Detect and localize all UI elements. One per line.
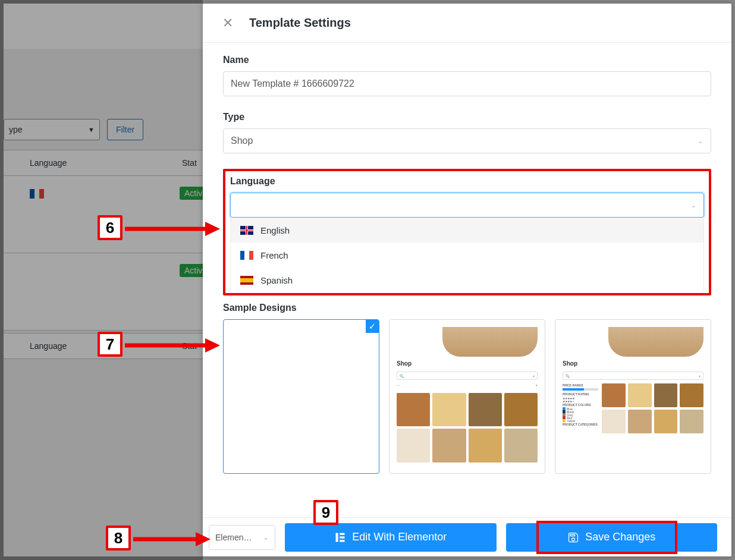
chevron-down-icon: ⌄ [690,201,696,209]
modal-title: Template Settings [249,16,351,30]
language-option-label: Spanish [260,275,293,285]
close-icon[interactable]: ✕ [217,12,238,34]
modal-backdrop[interactable] [0,0,203,560]
uk-flag-icon [240,226,253,235]
thumb-title: Shop [563,360,703,367]
builder-select-value: Elemen… [215,533,252,542]
thumb-hero-image [608,327,703,357]
sample-design-blank[interactable]: ✓ [223,319,379,474]
selected-check-icon: ✓ [366,320,379,333]
type-select[interactable]: Shop ⌄ [223,128,711,153]
language-option-label: English [260,225,290,235]
spain-flag-icon [240,276,253,285]
svg-rect-1 [340,533,344,534]
arrow-7 [125,336,220,354]
svg-rect-2 [340,536,344,538]
modal-header: ✕ Template Settings [203,4,731,43]
modal-body: Name Type Shop ⌄ Language ⌄ English [203,43,731,517]
thumb-hero-image [442,327,538,357]
type-label: Type [223,112,711,122]
svg-marker-7 [205,338,220,353]
sample-design-sidebar[interactable]: Shop 🔍▾ PRICE RANGE PRODUCT RATING ★★★★★… [555,319,711,474]
svg-marker-5 [205,222,220,236]
svg-rect-0 [336,533,338,542]
edit-button-label: Edit With Elementor [352,531,447,543]
builder-select[interactable]: Elemen… ⌄ [209,525,275,550]
language-label: Language [230,176,704,187]
language-dropdown: English French Spanish [230,218,704,293]
france-flag-icon [240,251,253,260]
name-input[interactable] [223,71,711,96]
svg-marker-9 [196,532,211,546]
elementor-icon [334,531,346,543]
callout-8: 8 [106,526,131,550]
callout-9-box [536,521,677,554]
language-section-highlight: Language ⌄ English French Spanish [223,169,711,295]
thumb-sortbar: —▾ [397,383,538,389]
thumb-product-grid [602,383,703,433]
edit-with-elementor-button[interactable]: Edit With Elementor [285,523,497,552]
language-option-french[interactable]: French [231,243,703,268]
samples-label: Sample Designs [223,303,711,313]
svg-rect-3 [340,540,344,542]
sample-designs-row: ✓ Shop 🔍▾ —▾ [223,319,711,474]
thumb-product-grid [397,393,538,463]
thumb-searchbar: 🔍▾ [397,372,538,380]
language-select[interactable]: ⌄ [230,193,704,218]
field-type: Type Shop ⌄ [223,112,711,153]
field-name: Name [223,55,711,96]
type-value: Shop [231,136,253,146]
callout-7: 7 [98,332,122,357]
sample-design-grid[interactable]: Shop 🔍▾ —▾ [389,319,545,474]
language-option-spanish[interactable]: Spanish [231,268,703,292]
arrow-8 [133,530,211,548]
callout-9: 9 [313,500,338,525]
language-option-label: French [260,250,288,260]
arrow-6 [125,220,220,238]
chevron-down-icon: ⌄ [263,533,269,542]
callout-6: 6 [98,215,122,240]
template-settings-modal: ✕ Template Settings Name Type Shop ⌄ Lan… [203,4,731,556]
thumb-title: Shop [397,360,538,367]
language-option-english[interactable]: English [231,218,703,243]
name-label: Name [223,55,711,65]
thumb-searchbar: 🔍▾ [563,372,703,380]
chevron-down-icon: ⌄ [698,137,703,145]
thumb-sidebar: PRICE RANGE PRODUCT RATING ★★★★★ ★★★★☆ P… [563,383,598,433]
